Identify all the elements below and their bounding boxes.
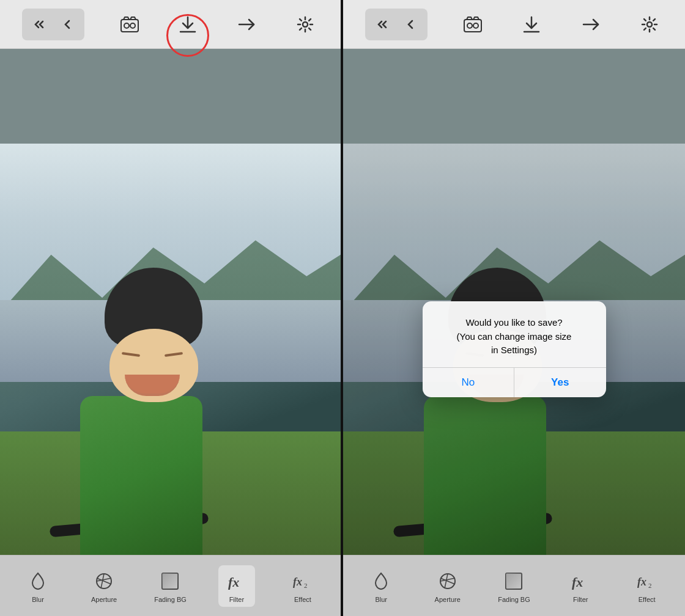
right-settings-button[interactable]	[636, 11, 663, 38]
filter-label: Filter	[229, 596, 244, 603]
right-tool-blur[interactable]: Blur	[363, 565, 399, 607]
left-back-double-button[interactable]	[26, 11, 53, 38]
dialog-yes-button[interactable]: Yes	[514, 368, 606, 397]
left-camera-button[interactable]	[116, 11, 143, 38]
right-effect-label: Effect	[639, 596, 656, 603]
smile	[125, 375, 180, 396]
right-bottom-toolbar: Blur Aperture	[343, 555, 685, 616]
fading-bg-icon	[158, 569, 182, 593]
child-figure	[68, 262, 239, 555]
left-bottom-toolbar: Blur Aperture	[0, 555, 341, 616]
right-preview-area	[343, 49, 685, 144]
svg-text:2: 2	[648, 582, 652, 589]
svg-point-16	[467, 23, 472, 28]
left-tool-fading-bg[interactable]: Fading BG	[152, 565, 189, 607]
right-nav-group	[365, 9, 428, 40]
svg-point-2	[130, 23, 135, 28]
face	[109, 329, 198, 402]
left-download-button[interactable]	[174, 11, 201, 38]
right-back-button[interactable]	[397, 11, 424, 38]
right-filter-label: Filter	[573, 596, 588, 603]
right-back-double-button[interactable]	[369, 11, 396, 38]
right-camera-button[interactable]	[459, 11, 486, 38]
fading-bg-label: Fading BG	[154, 596, 187, 603]
svg-point-5	[303, 22, 308, 27]
right-tool-effect[interactable]: fx 2 Effect	[629, 565, 665, 607]
svg-rect-26	[506, 573, 522, 589]
svg-point-17	[473, 23, 478, 28]
shirt	[80, 396, 202, 555]
dialog-title: Would you like to save? (You can change …	[435, 316, 594, 358]
right-tool-filter[interactable]: fx Filter	[562, 565, 599, 607]
aperture-icon	[92, 569, 116, 593]
dialog-buttons: No Yes	[423, 367, 606, 397]
right-download-button[interactable]	[518, 11, 545, 38]
svg-point-1	[124, 23, 129, 28]
left-panel: Blur Aperture	[0, 0, 342, 616]
right-blur-icon	[369, 569, 393, 593]
right-fading-bg-label: Fading BG	[498, 596, 530, 603]
dialog-line1: Would you like to save?	[465, 317, 562, 328]
save-dialog: Would you like to save? (You can change …	[423, 301, 606, 397]
right-share-button[interactable]	[577, 11, 604, 38]
right-eye	[164, 352, 182, 357]
svg-text:2: 2	[304, 582, 308, 589]
blur-label: Blur	[32, 596, 44, 603]
aperture-label: Aperture	[91, 596, 117, 603]
right-toolbar	[343, 0, 685, 49]
svg-text:fx: fx	[228, 574, 239, 590]
left-tool-effect[interactable]: fx 2 Effect	[284, 565, 321, 607]
left-photo	[0, 144, 341, 555]
left-nav-group	[22, 9, 84, 40]
right-panel: Would you like to save? (You can change …	[343, 0, 685, 616]
left-photo-area	[0, 144, 341, 555]
left-settings-button[interactable]	[292, 11, 319, 38]
dialog-line3: in Settings)	[491, 345, 537, 355]
right-tool-fading-bg[interactable]: Fading BG	[495, 565, 533, 607]
svg-point-20	[647, 22, 652, 27]
left-eye	[121, 352, 139, 357]
effect-label: Effect	[294, 596, 311, 603]
left-share-button[interactable]	[233, 11, 260, 38]
right-blur-label: Blur	[375, 596, 387, 603]
right-filter-icon: fx	[568, 569, 593, 593]
dialog-no-button[interactable]: No	[423, 368, 514, 397]
filter-icon: fx	[224, 569, 249, 593]
left-back-button[interactable]	[54, 11, 81, 38]
right-aperture-icon	[435, 569, 460, 593]
dialog-body: Would you like to save? (You can change …	[423, 301, 606, 367]
left-toolbar	[0, 0, 341, 49]
svg-text:fx: fx	[572, 574, 583, 590]
effect-icon: fx 2	[291, 569, 315, 593]
right-photo-area: Would you like to save? (You can change …	[343, 144, 685, 555]
svg-text:fx: fx	[293, 576, 302, 588]
dialog-line2: (You can change image size	[457, 331, 572, 342]
right-tool-aperture[interactable]: Aperture	[429, 565, 466, 607]
left-tool-aperture[interactable]: Aperture	[86, 565, 122, 607]
dialog-overlay: Would you like to save? (You can change …	[343, 144, 685, 555]
left-preview-area	[0, 49, 341, 144]
left-tool-filter[interactable]: fx Filter	[218, 565, 255, 607]
svg-rect-11	[162, 573, 178, 589]
svg-text:fx: fx	[637, 576, 646, 588]
left-tool-blur[interactable]: Blur	[20, 565, 56, 607]
right-fading-bg-icon	[502, 569, 526, 593]
blur-icon	[26, 569, 50, 593]
right-aperture-label: Aperture	[435, 596, 461, 603]
right-effect-icon: fx 2	[635, 569, 659, 593]
